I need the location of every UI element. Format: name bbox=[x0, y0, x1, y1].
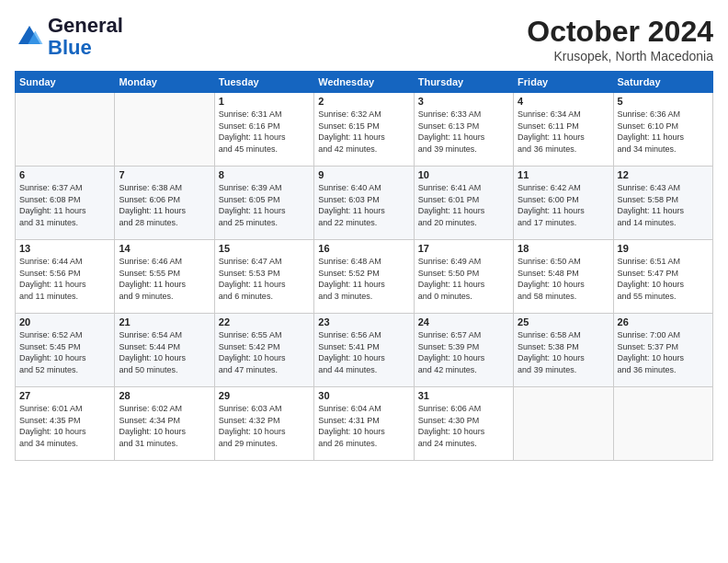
calendar-cell: 28Sunrise: 6:02 AM Sunset: 4:34 PM Dayli… bbox=[115, 387, 214, 461]
day-info: Sunrise: 6:41 AM Sunset: 6:01 PM Dayligh… bbox=[418, 182, 509, 228]
calendar-cell: 21Sunrise: 6:54 AM Sunset: 5:44 PM Dayli… bbox=[115, 314, 214, 387]
day-number: 31 bbox=[418, 390, 509, 401]
weekday-header: Wednesday bbox=[314, 72, 414, 93]
day-info: Sunrise: 6:04 AM Sunset: 4:31 PM Dayligh… bbox=[318, 403, 409, 449]
day-number: 21 bbox=[119, 316, 210, 327]
day-number: 17 bbox=[418, 243, 509, 254]
day-info: Sunrise: 6:54 AM Sunset: 5:44 PM Dayligh… bbox=[119, 329, 210, 375]
calendar-cell: 26Sunrise: 7:00 AM Sunset: 5:37 PM Dayli… bbox=[613, 314, 712, 387]
title-block: October 2024 Krusopek, North Macedonia bbox=[527, 15, 713, 63]
calendar-cell: 24Sunrise: 6:57 AM Sunset: 5:39 PM Dayli… bbox=[414, 314, 513, 387]
day-number: 28 bbox=[119, 390, 210, 401]
weekday-header: Monday bbox=[115, 72, 214, 93]
day-info: Sunrise: 6:37 AM Sunset: 6:08 PM Dayligh… bbox=[19, 182, 110, 228]
day-number: 9 bbox=[318, 169, 409, 180]
calendar-cell: 29Sunrise: 6:03 AM Sunset: 4:32 PM Dayli… bbox=[214, 387, 313, 461]
location-title: Krusopek, North Macedonia bbox=[527, 49, 713, 63]
calendar-cell: 16Sunrise: 6:48 AM Sunset: 5:52 PM Dayli… bbox=[314, 240, 414, 314]
calendar-cell: 22Sunrise: 6:55 AM Sunset: 5:42 PM Dayli… bbox=[214, 314, 313, 387]
day-number: 29 bbox=[219, 390, 310, 401]
day-number: 16 bbox=[318, 243, 409, 254]
header: General Blue October 2024 Krusopek, Nort… bbox=[15, 15, 713, 63]
day-info: Sunrise: 6:52 AM Sunset: 5:45 PM Dayligh… bbox=[19, 329, 110, 375]
day-number: 15 bbox=[219, 243, 310, 254]
day-info: Sunrise: 6:56 AM Sunset: 5:41 PM Dayligh… bbox=[318, 329, 409, 375]
calendar-cell: 18Sunrise: 6:50 AM Sunset: 5:48 PM Dayli… bbox=[514, 240, 613, 314]
calendar-cell: 31Sunrise: 6:06 AM Sunset: 4:30 PM Dayli… bbox=[414, 387, 513, 461]
day-info: Sunrise: 6:31 AM Sunset: 6:16 PM Dayligh… bbox=[219, 109, 310, 155]
day-info: Sunrise: 6:02 AM Sunset: 4:34 PM Dayligh… bbox=[119, 403, 210, 449]
day-number: 30 bbox=[318, 390, 409, 401]
day-number: 4 bbox=[518, 96, 609, 107]
day-number: 20 bbox=[19, 316, 110, 327]
day-number: 22 bbox=[219, 316, 310, 327]
day-number: 14 bbox=[119, 243, 210, 254]
day-info: Sunrise: 6:01 AM Sunset: 4:35 PM Dayligh… bbox=[19, 403, 110, 449]
calendar-cell: 3Sunrise: 6:33 AM Sunset: 6:13 PM Daylig… bbox=[414, 93, 513, 167]
day-number: 12 bbox=[618, 169, 709, 180]
day-number: 26 bbox=[618, 316, 709, 327]
calendar-cell bbox=[115, 93, 214, 167]
day-info: Sunrise: 6:06 AM Sunset: 4:30 PM Dayligh… bbox=[418, 403, 509, 449]
day-info: Sunrise: 6:50 AM Sunset: 5:48 PM Dayligh… bbox=[518, 256, 609, 302]
calendar-cell: 2Sunrise: 6:32 AM Sunset: 6:15 PM Daylig… bbox=[314, 93, 414, 167]
weekday-header: Thursday bbox=[414, 72, 513, 93]
calendar-cell bbox=[514, 387, 613, 461]
day-number: 2 bbox=[318, 96, 409, 107]
day-number: 6 bbox=[19, 169, 110, 180]
day-info: Sunrise: 6:48 AM Sunset: 5:52 PM Dayligh… bbox=[318, 256, 409, 302]
day-info: Sunrise: 6:57 AM Sunset: 5:39 PM Dayligh… bbox=[418, 329, 509, 375]
day-info: Sunrise: 6:34 AM Sunset: 6:11 PM Dayligh… bbox=[518, 109, 609, 155]
calendar-cell: 8Sunrise: 6:39 AM Sunset: 6:05 PM Daylig… bbox=[214, 167, 313, 240]
logo-general: General bbox=[48, 14, 123, 37]
day-number: 8 bbox=[219, 169, 310, 180]
logo: General Blue bbox=[15, 15, 123, 59]
weekday-header: Friday bbox=[514, 72, 613, 93]
calendar-cell bbox=[613, 387, 712, 461]
calendar-cell bbox=[16, 93, 115, 167]
calendar-cell: 14Sunrise: 6:46 AM Sunset: 5:55 PM Dayli… bbox=[115, 240, 214, 314]
calendar-cell: 27Sunrise: 6:01 AM Sunset: 4:35 PM Dayli… bbox=[16, 387, 115, 461]
day-number: 19 bbox=[618, 243, 709, 254]
day-info: Sunrise: 6:47 AM Sunset: 5:53 PM Dayligh… bbox=[219, 256, 310, 302]
calendar-cell: 19Sunrise: 6:51 AM Sunset: 5:47 PM Dayli… bbox=[613, 240, 712, 314]
weekday-header: Tuesday bbox=[214, 72, 313, 93]
header-row: SundayMondayTuesdayWednesdayThursdayFrid… bbox=[16, 72, 713, 93]
logo-icon bbox=[15, 22, 44, 52]
calendar-cell: 9Sunrise: 6:40 AM Sunset: 6:03 PM Daylig… bbox=[314, 167, 414, 240]
calendar-cell: 11Sunrise: 6:42 AM Sunset: 6:00 PM Dayli… bbox=[514, 167, 613, 240]
day-info: Sunrise: 6:46 AM Sunset: 5:55 PM Dayligh… bbox=[119, 256, 210, 302]
day-number: 5 bbox=[618, 96, 709, 107]
day-number: 25 bbox=[518, 316, 609, 327]
day-number: 10 bbox=[418, 169, 509, 180]
calendar-cell: 23Sunrise: 6:56 AM Sunset: 5:41 PM Dayli… bbox=[314, 314, 414, 387]
logo-blue: Blue bbox=[48, 36, 92, 59]
day-number: 7 bbox=[119, 169, 210, 180]
day-info: Sunrise: 7:00 AM Sunset: 5:37 PM Dayligh… bbox=[618, 329, 709, 375]
day-number: 27 bbox=[19, 390, 110, 401]
calendar-cell: 20Sunrise: 6:52 AM Sunset: 5:45 PM Dayli… bbox=[16, 314, 115, 387]
day-info: Sunrise: 6:40 AM Sunset: 6:03 PM Dayligh… bbox=[318, 182, 409, 228]
calendar-cell: 7Sunrise: 6:38 AM Sunset: 6:06 PM Daylig… bbox=[115, 167, 214, 240]
weekday-header: Sunday bbox=[16, 72, 115, 93]
calendar-week-row: 6Sunrise: 6:37 AM Sunset: 6:08 PM Daylig… bbox=[16, 167, 713, 240]
day-info: Sunrise: 6:38 AM Sunset: 6:06 PM Dayligh… bbox=[119, 182, 210, 228]
day-number: 11 bbox=[518, 169, 609, 180]
weekday-header: Saturday bbox=[613, 72, 712, 93]
day-info: Sunrise: 6:55 AM Sunset: 5:42 PM Dayligh… bbox=[219, 329, 310, 375]
calendar-table: SundayMondayTuesdayWednesdayThursdayFrid… bbox=[15, 71, 713, 461]
calendar-cell: 6Sunrise: 6:37 AM Sunset: 6:08 PM Daylig… bbox=[16, 167, 115, 240]
day-info: Sunrise: 6:44 AM Sunset: 5:56 PM Dayligh… bbox=[19, 256, 110, 302]
day-info: Sunrise: 6:36 AM Sunset: 6:10 PM Dayligh… bbox=[618, 109, 709, 155]
day-info: Sunrise: 6:39 AM Sunset: 6:05 PM Dayligh… bbox=[219, 182, 310, 228]
day-number: 3 bbox=[418, 96, 509, 107]
day-info: Sunrise: 6:43 AM Sunset: 5:58 PM Dayligh… bbox=[618, 182, 709, 228]
day-info: Sunrise: 6:32 AM Sunset: 6:15 PM Dayligh… bbox=[318, 109, 409, 155]
day-number: 13 bbox=[19, 243, 110, 254]
calendar-cell: 30Sunrise: 6:04 AM Sunset: 4:31 PM Dayli… bbox=[314, 387, 414, 461]
day-info: Sunrise: 6:49 AM Sunset: 5:50 PM Dayligh… bbox=[418, 256, 509, 302]
page-container: General Blue October 2024 Krusopek, Nort… bbox=[0, 0, 728, 468]
calendar-cell: 4Sunrise: 6:34 AM Sunset: 6:11 PM Daylig… bbox=[514, 93, 613, 167]
day-number: 24 bbox=[418, 316, 509, 327]
calendar-cell: 15Sunrise: 6:47 AM Sunset: 5:53 PM Dayli… bbox=[214, 240, 313, 314]
